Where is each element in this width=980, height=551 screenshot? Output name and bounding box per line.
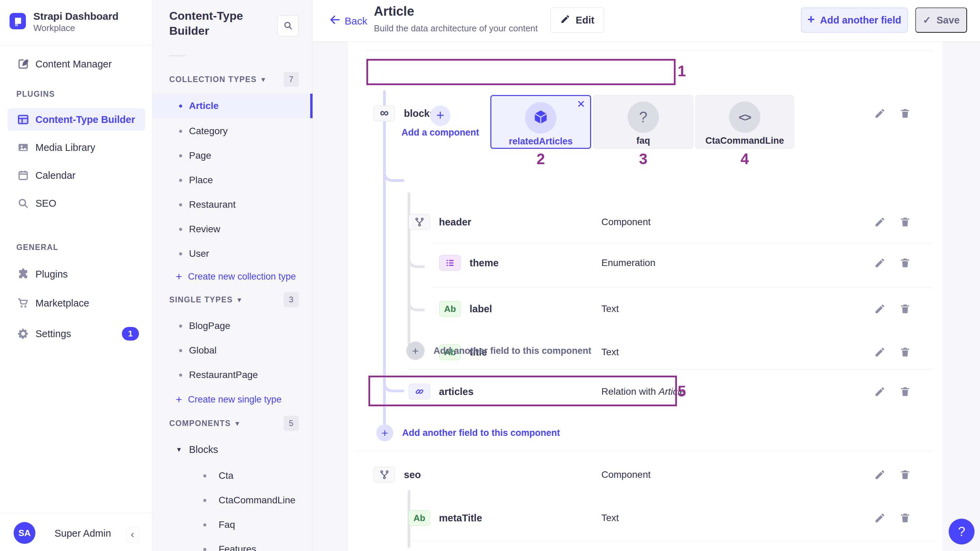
annotation-number-1: 1 — [678, 63, 686, 80]
delete-field-button[interactable] — [898, 468, 912, 481]
sidebar-item-page[interactable]: Page — [153, 143, 313, 168]
group-label: Blocks — [189, 444, 218, 455]
close-icon[interactable]: ✕ — [577, 98, 585, 110]
selected-indicator — [310, 94, 313, 118]
field-type: Component — [601, 469, 651, 480]
main-sidebar: Strapi Dashboard Workplace Content Manag… — [0, 0, 153, 551]
edit-field-button[interactable] — [873, 302, 887, 316]
sidebar-item-content-type-builder[interactable]: Content-Type Builder — [8, 108, 145, 131]
delete-field-button[interactable] — [898, 107, 912, 120]
sidebar-item-cta[interactable]: Cta — [153, 463, 313, 488]
chevron-down-icon: ▾ — [177, 445, 181, 454]
field-row-label: Ab label Text — [348, 297, 943, 321]
create-label: Create new collection type — [188, 271, 296, 282]
save-button[interactable]: ✓ Save — [915, 8, 967, 33]
edit-field-button[interactable] — [873, 107, 887, 120]
delete-field-button[interactable] — [898, 385, 912, 398]
sidebar-item-seo[interactable]: SEO — [0, 192, 153, 215]
divider — [0, 513, 153, 513]
bullet-icon — [179, 228, 182, 231]
create-single-type-link[interactable]: + Create new single type — [153, 389, 313, 410]
sidebar-item-ctacommandline[interactable]: CtaCommandLine — [153, 488, 313, 513]
component-card-faq[interactable]: ? faq — [593, 95, 693, 149]
edit-field-button[interactable] — [873, 345, 887, 359]
collapse-sidebar-button[interactable]: ‹ — [126, 527, 139, 543]
back-link[interactable]: Back — [329, 14, 368, 28]
sidebar-item-content-manager[interactable]: Content Manager — [0, 53, 153, 75]
bullet-icon — [179, 105, 182, 108]
sidebar-item-faq[interactable]: Faq — [153, 513, 313, 537]
sidebar-item-marketplace[interactable]: Marketplace — [0, 292, 153, 314]
check-icon: ✓ — [923, 14, 931, 26]
edit-field-button[interactable] — [873, 215, 887, 229]
type-label: User — [189, 248, 209, 259]
field-type: Text — [601, 303, 619, 314]
content-type-builder-icon — [16, 113, 30, 126]
add-component-button[interactable]: + — [430, 105, 450, 126]
add-component-label[interactable]: Add a component — [396, 127, 485, 138]
section-plugins: PLUGINS — [16, 89, 55, 99]
component-card-ctacommandline[interactable]: <> CtaCommandLine — [695, 95, 794, 149]
strapi-app: Strapi Dashboard Workplace Content Manag… — [0, 0, 980, 551]
delete-field-button[interactable] — [898, 215, 912, 229]
avatar[interactable]: SA — [14, 522, 35, 544]
delete-field-button[interactable] — [898, 256, 912, 270]
components-header[interactable]: COMPONENTS ▾ — [169, 416, 239, 431]
field-row-theme: theme Enumeration — [348, 251, 943, 275]
panel-title: Content-Type Builder — [169, 8, 275, 38]
type-label: Features — [219, 544, 256, 551]
sidebar-item-plugins[interactable]: Plugins — [0, 263, 153, 285]
sidebar-item-global[interactable]: Global — [153, 338, 313, 363]
help-button[interactable]: ? — [949, 519, 975, 545]
section-label: COMPONENTS — [169, 419, 231, 428]
delete-field-button[interactable] — [898, 302, 912, 316]
bullet-icon — [203, 499, 206, 502]
type-label: Article — [189, 100, 219, 111]
component-card-relatedarticles[interactable]: ✕ relatedArticles — [490, 95, 591, 149]
edit-field-button[interactable] — [873, 511, 887, 525]
sidebar-item-label: Content-Type Builder — [35, 114, 135, 125]
sidebar-item-media-library[interactable]: Media Library — [0, 136, 153, 159]
search-button[interactable] — [277, 15, 299, 37]
component-name: relatedArticles — [509, 136, 573, 147]
type-label: Page — [189, 150, 211, 161]
delete-field-button[interactable] — [898, 345, 912, 359]
field-name: label — [469, 303, 492, 315]
add-field-to-component-inner[interactable]: + Add another field to this component — [406, 342, 591, 360]
type-label: Cta — [219, 470, 234, 481]
single-types-header[interactable]: SINGLE TYPES ▾ — [169, 292, 242, 307]
sidebar-item-article[interactable]: Article — [153, 94, 313, 118]
component-group-blocks[interactable]: ▾ Blocks — [153, 438, 313, 461]
sidebar-item-restaurantpage[interactable]: RestaurantPage — [153, 363, 313, 387]
collection-types-header[interactable]: COLLECTION TYPES ▾ — [169, 72, 266, 87]
sidebar-item-settings[interactable]: Settings 1 — [0, 323, 153, 345]
annotation-number-4: 4 — [695, 151, 794, 167]
component-icon — [374, 467, 395, 483]
add-field-to-component-outer[interactable]: + Add another field to this component — [376, 424, 560, 441]
chevron-down-icon: ▾ — [235, 419, 240, 427]
gear-icon — [16, 327, 30, 341]
edit-field-button[interactable] — [873, 256, 887, 270]
edit-field-button[interactable] — [873, 468, 887, 481]
add-another-field-button[interactable]: + Add another field — [801, 8, 908, 33]
sidebar-item-blogpage[interactable]: BlogPage — [153, 314, 313, 338]
sidebar-item-place[interactable]: Place — [153, 168, 313, 193]
sidebar-item-category[interactable]: Category — [153, 119, 313, 143]
sidebar-item-calendar[interactable]: Calendar — [0, 164, 153, 186]
strapi-logo-icon — [10, 13, 26, 31]
type-label: Review — [189, 224, 220, 235]
sidebar-item-restaurant[interactable]: Restaurant — [153, 193, 313, 217]
type-label: RestaurantPage — [189, 369, 258, 381]
component-name: faq — [636, 135, 651, 146]
edit-field-button[interactable] — [873, 385, 887, 398]
create-collection-type-link[interactable]: + Create new collection type — [153, 266, 313, 287]
app-title: Strapi Dashboard — [33, 10, 118, 22]
edit-button[interactable]: Edit — [550, 8, 604, 33]
sidebar-item-review[interactable]: Review — [153, 217, 313, 242]
plus-icon: + — [176, 271, 182, 283]
sidebar-item-features[interactable]: Features — [153, 537, 313, 551]
delete-field-button[interactable] — [898, 511, 912, 525]
sidebar-item-user[interactable]: User — [153, 242, 313, 266]
annotation-number-5: 5 — [678, 383, 686, 400]
cube-icon — [525, 102, 557, 134]
